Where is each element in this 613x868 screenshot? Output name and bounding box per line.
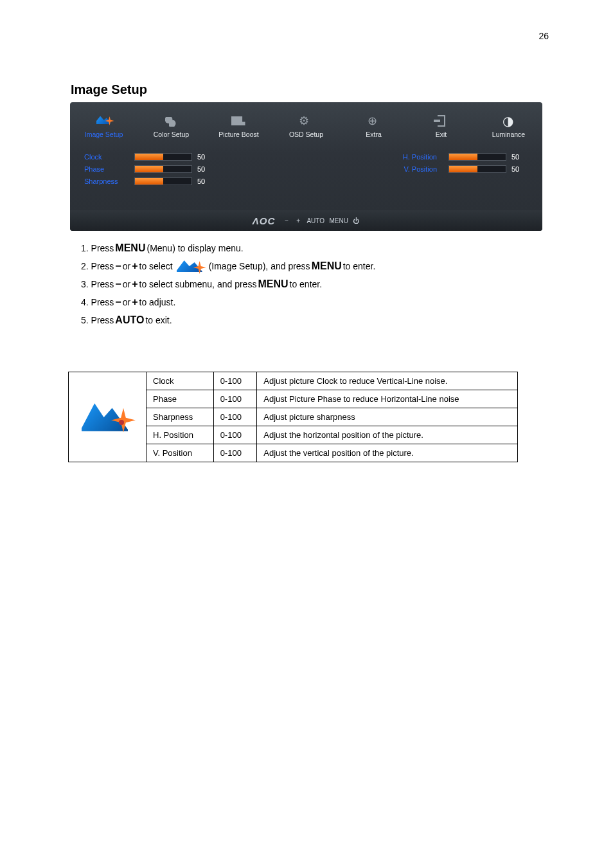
tab-label: Color Setup bbox=[154, 131, 189, 138]
tab-label: Luminance bbox=[492, 131, 525, 138]
tab-label: Exit bbox=[436, 131, 447, 138]
page-number: 26 bbox=[538, 31, 549, 41]
instr-text: to select bbox=[139, 257, 173, 275]
section-title: Image Setup bbox=[71, 82, 147, 97]
tab-label: Picture Boost bbox=[218, 131, 258, 138]
auto-button-label: AUTO bbox=[114, 311, 145, 329]
tab-label: Image Setup bbox=[85, 131, 123, 138]
param-label: Sharpness bbox=[84, 177, 134, 185]
slider-fill bbox=[135, 166, 163, 172]
osd-item-phase[interactable]: Phase 50 bbox=[84, 165, 308, 173]
instr-text: to enter. bbox=[290, 275, 323, 293]
menu-button-label: MENU bbox=[310, 257, 343, 275]
instr-text: to select submenu, and press bbox=[139, 275, 257, 293]
slider-fill bbox=[449, 166, 477, 172]
slider-track[interactable] bbox=[134, 153, 192, 161]
slider-fill bbox=[135, 154, 163, 160]
tab-image-setup[interactable]: Image Setup bbox=[70, 102, 138, 142]
param-value: 50 bbox=[197, 153, 217, 161]
param-name: Clock bbox=[147, 372, 214, 390]
instr-text: or bbox=[123, 257, 130, 275]
footer-plus[interactable]: + bbox=[294, 217, 302, 224]
tab-label: Extra bbox=[366, 131, 382, 138]
menu-button-label: MENU bbox=[114, 239, 147, 257]
color-setup-icon bbox=[164, 115, 179, 128]
instr-text: to enter. bbox=[343, 257, 376, 275]
param-label: Phase bbox=[84, 165, 134, 173]
exit-icon bbox=[434, 115, 449, 128]
instr-text: 4. Press bbox=[81, 293, 114, 311]
image-setup-table: Clock 0-100 Adjust picture Clock to redu… bbox=[68, 372, 518, 462]
slider-track[interactable] bbox=[449, 165, 506, 173]
osd-item-sharpness[interactable]: Sharpness 50 bbox=[84, 177, 308, 185]
instr-text: to exit. bbox=[145, 311, 172, 329]
power-icon[interactable]: ⏻ bbox=[352, 217, 360, 224]
slider-fill bbox=[449, 154, 477, 160]
tab-color-setup[interactable]: Color Setup bbox=[138, 102, 205, 142]
slider-track[interactable] bbox=[134, 177, 192, 185]
tab-picture-boost[interactable]: Picture Boost bbox=[205, 102, 272, 142]
minus-button-label: − bbox=[114, 275, 122, 293]
picture-boost-icon bbox=[231, 115, 247, 128]
param-desc: Adjust the horizontal position of the pi… bbox=[257, 426, 518, 444]
param-desc: Adjust Picture Phase to reduce Horizonta… bbox=[257, 390, 518, 408]
instr-text: or bbox=[123, 275, 130, 293]
osd-footer: ΛOC − + AUTO MENU ⏻ bbox=[70, 210, 542, 231]
tab-luminance[interactable]: Luminance bbox=[475, 102, 542, 142]
brand-logo: ΛOC bbox=[253, 215, 276, 226]
param-name: Phase bbox=[147, 390, 214, 408]
osd-setup-icon bbox=[299, 115, 314, 128]
param-range: 0-100 bbox=[213, 372, 257, 390]
instr-text: 2. Press bbox=[81, 257, 114, 275]
tab-exit[interactable]: Exit bbox=[407, 102, 475, 142]
instr-text: (Menu) to display menu. bbox=[147, 239, 243, 257]
osd-tab-bar: Image Setup Color Setup Picture Boost OS… bbox=[70, 102, 542, 142]
slider-fill bbox=[135, 178, 163, 185]
menu-button-label: MENU bbox=[256, 275, 289, 293]
slider-track[interactable] bbox=[449, 153, 506, 161]
minus-button-label: − bbox=[114, 257, 122, 275]
tab-label: OSD Setup bbox=[289, 131, 323, 138]
image-setup-icon bbox=[82, 401, 133, 434]
osd-panel: Image Setup Color Setup Picture Boost OS… bbox=[70, 102, 542, 231]
param-name: H. Position bbox=[147, 426, 214, 444]
instr-text: (Image Setup), and press bbox=[209, 257, 310, 275]
tab-extra[interactable]: Extra bbox=[340, 102, 407, 142]
param-desc: Adjust picture sharpness bbox=[257, 408, 518, 426]
param-desc: Adjust the vertical position of the pict… bbox=[257, 444, 518, 462]
image-setup-icon bbox=[96, 115, 112, 128]
footer-menu[interactable]: MENU bbox=[329, 217, 348, 224]
table-icon-cell bbox=[69, 372, 147, 462]
osd-item-clock[interactable]: Clock 50 bbox=[84, 153, 308, 161]
param-value: 50 bbox=[197, 165, 217, 173]
param-name: Sharpness bbox=[147, 408, 214, 426]
param-label: V. Position bbox=[308, 165, 449, 173]
param-value: 50 bbox=[197, 177, 217, 185]
param-range: 0-100 bbox=[213, 408, 257, 426]
instr-text: 3. Press bbox=[81, 275, 114, 293]
param-value: 50 bbox=[511, 153, 531, 161]
param-desc: Adjust picture Clock to reduce Vertical-… bbox=[257, 372, 518, 390]
param-range: 0-100 bbox=[213, 444, 257, 462]
plus-button-label: + bbox=[130, 293, 139, 311]
osd-item-hposition[interactable]: H. Position 50 bbox=[308, 153, 531, 161]
instr-text: 1. Press bbox=[81, 239, 114, 257]
slider-track[interactable] bbox=[134, 165, 192, 173]
minus-button-label: − bbox=[114, 293, 122, 311]
param-label: Clock bbox=[84, 153, 134, 161]
param-value: 50 bbox=[511, 165, 531, 173]
extra-icon bbox=[366, 115, 382, 128]
footer-auto[interactable]: AUTO bbox=[306, 217, 325, 224]
image-setup-icon bbox=[177, 258, 205, 275]
param-label: H. Position bbox=[308, 153, 449, 161]
param-range: 0-100 bbox=[213, 390, 257, 408]
instr-text: or bbox=[123, 293, 130, 311]
footer-minus[interactable]: − bbox=[283, 217, 290, 224]
luminance-icon bbox=[501, 115, 517, 128]
plus-button-label: + bbox=[130, 257, 139, 275]
plus-button-label: + bbox=[130, 275, 139, 293]
table-row: Clock 0-100 Adjust picture Clock to redu… bbox=[69, 372, 518, 390]
instr-text: 5. Press bbox=[81, 311, 114, 329]
osd-item-vposition[interactable]: V. Position 50 bbox=[308, 165, 531, 173]
tab-osd-setup[interactable]: OSD Setup bbox=[272, 102, 340, 142]
